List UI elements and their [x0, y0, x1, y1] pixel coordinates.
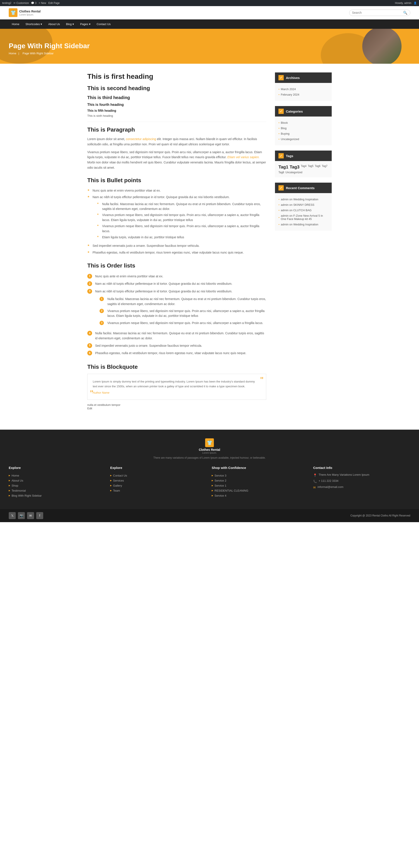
tag-item[interactable]: Tag4	[301, 164, 306, 169]
quote-close-icon: "	[90, 389, 93, 398]
footer-link[interactable]: Blog With Right Sidebar	[9, 494, 106, 497]
footer-explore1: Explore Home About Us Shop Testimonial B…	[9, 466, 106, 498]
widget-header-comments: ✓ Recent Comments	[275, 183, 332, 193]
archives-list: March 2024 February 2024	[278, 86, 328, 97]
tag-item[interactable]: Tag8	[278, 171, 284, 174]
bullet-title: This is Bullet points	[87, 177, 266, 184]
logo-tagline: Lorem Ipsum.	[19, 13, 40, 16]
footer-link[interactable]: Contact Us	[110, 474, 207, 477]
copyright: Copyright @ 2023 Rental Cloths All Right…	[351, 514, 410, 517]
footer-link[interactable]: Testimonial	[9, 489, 106, 492]
archives-widget: ✓ Archives March 2024 February 2024	[275, 72, 332, 101]
tag-item[interactable]: Tag5	[308, 164, 313, 169]
footer-link[interactable]: Shop	[9, 484, 106, 487]
nav-contact[interactable]: Contact Us	[94, 20, 114, 29]
comment-link[interactable]: admin on Wedding Inspiration	[281, 223, 319, 226]
heading-4: This is fourth heading	[87, 103, 266, 107]
list-item: Phasellus egestas, nulla et vestibulum t…	[87, 349, 266, 357]
tags-widget: ✓ Tags Tag1 Tag3 Tag4 Tag5 Tag6 Tag7 Tag…	[275, 151, 332, 177]
footer-link[interactable]: Service 3	[212, 474, 309, 477]
admin-bar-comments[interactable]: 💬 3	[31, 2, 36, 5]
email-social-icon[interactable]: ✉	[27, 512, 34, 519]
nav-pages[interactable]: Pages ▾	[77, 20, 93, 29]
footer-link[interactable]: Gallery	[110, 484, 207, 487]
list-item: admin on SKINNY DRESS	[278, 202, 328, 208]
list-item: Vivamus pretium neque libero, sed dignis…	[97, 223, 266, 234]
location-icon: 📍	[313, 473, 317, 477]
admin-bar-new[interactable]: + New	[39, 2, 46, 5]
list-item: March 2024	[278, 86, 328, 92]
footer-link[interactable]: Home	[9, 474, 106, 477]
footer-logo-icon: 👕	[205, 438, 214, 447]
para-link[interactable]: consectetur adipiscing	[126, 137, 156, 141]
list-item: Phasellus egestas, nulla et vestibulum t…	[87, 249, 266, 256]
archive-link[interactable]: February 2024	[281, 93, 299, 96]
blockquote-footer: nulla et vestibulum tempor	[87, 403, 266, 406]
footer-link[interactable]: Service 2	[212, 479, 309, 482]
admin-bar-edit[interactable]: Edit Page	[48, 2, 60, 5]
list-item: Shop	[9, 483, 106, 488]
comment-link[interactable]: admin on SKINNY DRESS	[281, 203, 315, 207]
tag-item[interactable]: Tag1	[278, 164, 288, 169]
comment-link[interactable]: admin on F-Zone New Arrival 5 in One Fac…	[281, 214, 328, 221]
footer-link[interactable]: Service 4	[212, 494, 309, 497]
footer-link[interactable]: Services	[110, 479, 207, 482]
list-item: Service 2	[212, 478, 309, 483]
category-link[interactable]: Uncategorized	[281, 137, 299, 141]
logo[interactable]: 👕 Clothes Rental Lorem Ipsum.	[9, 8, 40, 17]
contact-phone: 📞 + 111 222 3334	[313, 479, 410, 483]
archive-link[interactable]: March 2024	[281, 88, 296, 91]
tags-icon: ✓	[278, 153, 284, 158]
instagram-icon[interactable]: 📷	[18, 512, 25, 519]
breadcrumb-home[interactable]: Home	[9, 52, 17, 55]
list-item: Sed imperdiet venenatis justo a ornare. …	[87, 242, 266, 249]
tag-item[interactable]: Uncategorized	[286, 171, 302, 174]
nav-home[interactable]: Home	[9, 20, 23, 29]
site-header: 👕 Clothes Rental Lorem Ipsum. 🔍	[0, 6, 419, 20]
facebook-icon[interactable]: f	[36, 512, 43, 519]
comments-body: admin on Wedding Inspiration admin on SK…	[275, 193, 332, 230]
categories-icon: ✓	[278, 108, 284, 114]
logo-name: Clothes Rental	[19, 9, 40, 13]
search-input[interactable]	[352, 11, 403, 14]
footer-explore2-list: Contact Us Services Gallery Team	[110, 473, 207, 493]
list-item: admin on Wedding Inspiration	[278, 222, 328, 227]
comment-link[interactable]: admin on CLUTCH BAG	[281, 209, 311, 212]
footer-logo-tagline: Lorem Ipsum.	[9, 452, 410, 454]
tag-item[interactable]: Tag3	[290, 164, 299, 169]
list-item: Service 4	[212, 493, 309, 498]
footer-shop-list: Service 3 Service 2 Service 1 RESIDENTIA…	[212, 473, 309, 498]
nav-about[interactable]: About Us	[45, 20, 63, 29]
recent-comments-widget: ✓ Recent Comments admin on Wedding Inspi…	[275, 183, 332, 230]
footer-link[interactable]: Team	[110, 489, 207, 492]
order-list: Nunc quis ante et enim viverra porttitor…	[87, 273, 266, 357]
search-button[interactable]: 🔍	[403, 11, 408, 15]
list-item: Service 1	[212, 483, 309, 488]
list-item: Nulla facilisi. Maecenas lacinia ac nisl…	[99, 296, 266, 307]
archives-title: Archives	[286, 76, 300, 80]
footer-link[interactable]: Service 1	[212, 484, 309, 487]
twitter-icon[interactable]: 𝕏	[9, 512, 16, 519]
sidebar: ✓ Archives March 2024 February 2024 ✓ Ca…	[275, 72, 332, 416]
list-item: Nunc quis ante et enim viverra porttitor…	[87, 273, 266, 280]
footer-link[interactable]: About Us	[9, 479, 106, 482]
list-item: Testimonial	[9, 488, 106, 493]
list-item: Services	[110, 478, 207, 483]
phone-icon: 📞	[313, 479, 317, 483]
admin-bar-testing[interactable]: testing2	[2, 2, 11, 5]
nav-shortcodes[interactable]: Shortcodes ▾	[23, 20, 45, 29]
category-link[interactable]: Buying	[281, 132, 290, 135]
hero-title: Page With Right Sidebar	[9, 42, 410, 50]
category-link[interactable]: Blog	[281, 127, 287, 130]
footer-shop-title: Shop with Confidence	[212, 466, 309, 470]
admin-bar-customize[interactable]: ✏ Customize	[13, 2, 29, 5]
logo-text-wrap: Clothes Rental Lorem Ipsum.	[19, 9, 40, 16]
category-link[interactable]: Block	[281, 121, 288, 124]
tag-item[interactable]: Tag6	[315, 164, 320, 169]
comment-link[interactable]: admin on Wedding Inspiration	[281, 198, 319, 201]
blockquote-text: Lorem Ipsum is simply dummy text of the …	[93, 379, 257, 389]
tag-item[interactable]: Tag7	[322, 164, 328, 169]
nav-blog[interactable]: Blog ▾	[63, 20, 77, 29]
footer-link[interactable]: RESIDENTIAL CLEANING	[212, 489, 309, 492]
edit-link[interactable]: Edit	[87, 407, 92, 410]
